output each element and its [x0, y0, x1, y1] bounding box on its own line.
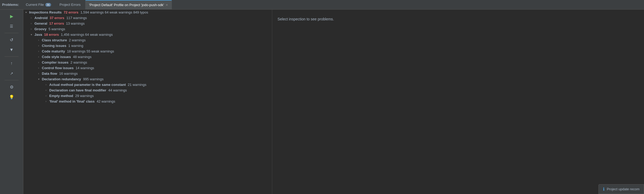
layout-button[interactable]: ☰ [7, 22, 16, 31]
tree-item-empty-method[interactable]: › Empty method 29 warnings [23, 93, 272, 99]
tree-item-declaration-final[interactable]: › Declaration can have final modifier 44… [23, 87, 272, 93]
tree-item-cloning-issues[interactable]: › Cloning issues 1 warning [23, 43, 272, 48]
declaration-final-warnings: 44 warnings [107, 88, 127, 92]
cloning-issues-label: Cloning issues [42, 44, 66, 48]
actual-method-param-warnings: 21 warnings [127, 83, 146, 87]
general-warnings: 13 warnings [65, 21, 85, 25]
tree-root[interactable]: ▾ Inspections Results 72 errors 1,594 wa… [23, 10, 272, 15]
update-notification[interactable]: ℹ Project update recom [598, 184, 644, 194]
tab-current-file[interactable]: Current File 36 [22, 0, 55, 9]
tree-item-java[interactable]: ▾ Java 18 errors 1,456 warnings 64 weak … [23, 32, 272, 37]
root-warnings: 1,594 warnings 64 weak warnings 849 typo… [79, 10, 148, 14]
java-arrow: ▾ [31, 33, 34, 36]
tab-project-errors-label: Project Errors [60, 3, 80, 7]
right-panel: Select inspection to see problems. ℹ Pro… [272, 10, 644, 194]
code-style-issues-warnings: 48 warnings [72, 55, 92, 59]
android-errors: 37 errors [49, 16, 64, 20]
root-errors: 72 errors [63, 10, 78, 14]
tree-item-android[interactable]: › Android 37 errors 117 warnings [23, 15, 272, 21]
export-button[interactable]: ↗ [7, 69, 16, 78]
groovy-warnings: 5 warnings [48, 27, 65, 31]
java-errors: 18 errors [43, 33, 59, 37]
compiler-issues-arrow: › [38, 61, 42, 64]
actual-method-param-arrow: › [46, 83, 49, 86]
tab-profile-close[interactable]: ✕ [166, 3, 168, 7]
tab-profile[interactable]: 'Project Default' Profile on Project 'jo… [85, 0, 172, 9]
root-arrow: ▾ [25, 11, 29, 14]
tab-project-errors[interactable]: Project Errors [56, 0, 84, 9]
data-flow-arrow: › [38, 72, 42, 75]
control-flow-issues-warnings: 14 warnings [75, 66, 94, 70]
data-flow-warnings: 16 warnings [58, 72, 78, 76]
class-structure-arrow: › [38, 39, 42, 42]
control-flow-issues-arrow: › [38, 67, 42, 69]
tree-item-data-flow[interactable]: › Data flow 16 warnings [23, 71, 272, 76]
root-label: Inspections Results [29, 10, 62, 14]
final-method-warnings: 42 warnings [96, 99, 115, 103]
lightbulb-button[interactable]: 💡 [7, 92, 16, 102]
rerun-button[interactable]: ↺ [7, 35, 16, 44]
general-label: General [34, 21, 47, 25]
cloning-issues-arrow: › [38, 44, 42, 47]
cloning-issues-warnings: 1 warning [67, 44, 83, 48]
tree-item-code-style-issues[interactable]: › Code style issues 48 warnings [23, 54, 272, 60]
bookmarks-tab[interactable]: Bookmarks [0, 118, 1, 140]
actual-method-param-label: Actual method parameter is the same cons… [49, 83, 126, 87]
code-style-issues-label: Code style issues [42, 55, 71, 59]
settings-button[interactable]: ⚙ [7, 82, 16, 91]
groovy-arrow: › [31, 28, 34, 30]
tab-bar: Problems: Current File 36 Project Errors… [0, 0, 644, 10]
tree-panel[interactable]: ▾ Inspections Results 72 errors 1,594 wa… [23, 10, 272, 194]
tree-item-final-method[interactable]: › 'final' method in 'final' class 42 war… [23, 99, 272, 104]
tab-profile-label: 'Project Default' Profile on Project 'jo… [89, 3, 164, 7]
left-toolbar: ▶ ☰ ↺ ▼ ↑ ↗ ⚙ 💡 Bookmarks UI Variants [0, 10, 23, 194]
code-maturity-label: Code maturity [42, 49, 65, 53]
groovy-label: Groovy [34, 27, 47, 31]
tree-item-declaration-redundancy[interactable]: ▾ Declaration redundancy 995 warnings [23, 76, 272, 82]
compiler-issues-label: Compiler issues [42, 60, 68, 64]
declaration-final-arrow: › [46, 89, 49, 92]
tree-item-code-maturity[interactable]: › Code maturity 18 warnings 55 weak warn… [23, 48, 272, 54]
declaration-redundancy-warnings: 995 warnings [82, 77, 104, 81]
declaration-redundancy-arrow: ▾ [38, 78, 42, 81]
update-text: Project update recom [607, 187, 639, 191]
tree-item-compiler-issues[interactable]: › Compiler issues 2 warnings [23, 60, 272, 65]
tree-item-control-flow-issues[interactable]: › Control flow issues 14 warnings [23, 65, 272, 71]
run-button[interactable]: ▶ [7, 12, 16, 21]
tree-item-class-structure[interactable]: › Class structure 2 warnings [23, 37, 272, 43]
ui-variants-tab[interactable]: UI Variants [0, 161, 1, 182]
java-label: Java [34, 33, 42, 37]
code-maturity-warnings: 18 warnings 55 weak warnings [66, 49, 114, 53]
java-warnings: 1,456 warnings 64 weak warnings [60, 33, 113, 37]
control-flow-issues-label: Control flow issues [42, 66, 74, 70]
empty-method-warnings: 29 warnings [74, 94, 94, 98]
filter-button[interactable]: ▼ [7, 45, 16, 54]
android-arrow: › [31, 16, 34, 19]
tab-current-file-badge: 36 [45, 3, 51, 7]
tab-current-file-label: Current File [26, 3, 44, 7]
data-flow-label: Data flow [42, 72, 57, 76]
class-structure-warnings: 2 warnings [68, 38, 86, 42]
android-label: Android [34, 16, 48, 20]
select-inspection-message: Select inspection to see problems. [278, 17, 639, 21]
info-icon: ℹ [603, 187, 605, 192]
toolbar-separator-3 [5, 80, 18, 80]
toolbar-separator-1 [5, 33, 18, 33]
tree-item-actual-method-param[interactable]: › Actual method parameter is the same co… [23, 82, 272, 87]
class-structure-label: Class structure [42, 38, 67, 42]
code-style-issues-arrow: › [38, 55, 42, 58]
declaration-final-label: Declaration can have final modifier [49, 88, 106, 92]
compiler-issues-warnings: 2 warnings [69, 60, 87, 64]
up-button[interactable]: ↑ [7, 59, 16, 68]
empty-method-label: Empty method [49, 94, 73, 98]
main-area: ▶ ☰ ↺ ▼ ↑ ↗ ⚙ 💡 Bookmarks UI Variants ▾ … [0, 10, 644, 194]
general-arrow: › [31, 22, 34, 25]
problems-label: Problems: [2, 3, 19, 7]
toolbar-separator-2 [5, 56, 18, 57]
tree-item-groovy[interactable]: › Groovy 5 warnings [23, 26, 272, 32]
empty-method-arrow: › [46, 94, 49, 97]
final-method-arrow: › [46, 100, 49, 103]
android-warnings: 117 warnings [65, 16, 87, 20]
general-errors: 17 errors [48, 21, 64, 25]
tree-item-general[interactable]: › General 17 errors 13 warnings [23, 21, 272, 26]
